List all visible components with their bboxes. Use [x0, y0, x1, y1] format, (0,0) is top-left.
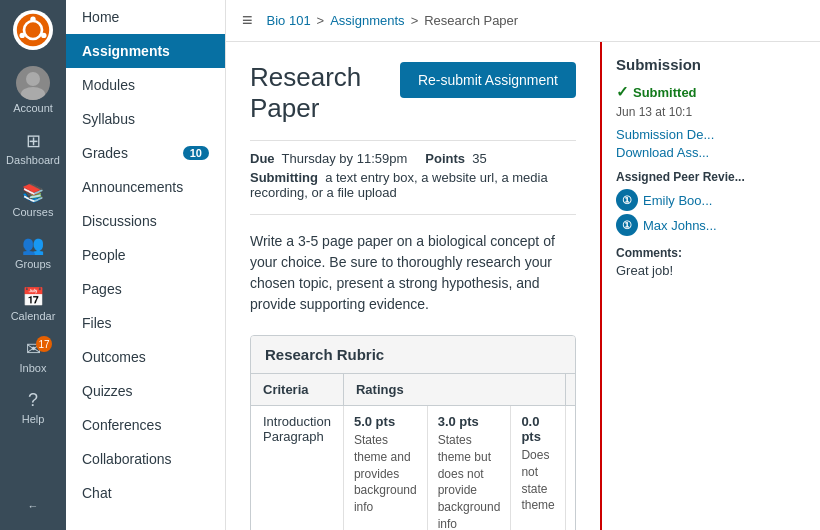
nav-groups[interactable]: 👥 Groups: [0, 226, 66, 278]
assignment-description: Write a 3-5 page paper on a biological c…: [250, 231, 576, 315]
svg-point-6: [21, 87, 45, 100]
comments-text: Great job!: [616, 263, 806, 278]
rubric-title: Research Rubric: [251, 336, 575, 374]
rubric-criteria: Introduction Paragraph: [251, 406, 343, 531]
sidebar-item-announcements[interactable]: Announcements: [66, 170, 225, 204]
rating-desc: States theme and provides background inf…: [354, 432, 417, 516]
sidebar-item-syllabus[interactable]: Syllabus: [66, 102, 225, 136]
peer-reviewer-1[interactable]: ① Emily Boo...: [616, 189, 806, 211]
sidebar-item-pages[interactable]: Pages: [66, 272, 225, 306]
rubric-table: Criteria Ratings Pts Introduction Paragr…: [251, 374, 576, 530]
sidebar-files-label: Files: [82, 315, 112, 331]
reviewer1-name: Emily Boo...: [643, 193, 712, 208]
reviewer1-avatar: ①: [616, 189, 638, 211]
rating-desc: States theme but does not provide backgr…: [438, 432, 501, 530]
nav-courses[interactable]: 📚 Courses: [0, 174, 66, 226]
rubric-col-pts: Pts: [566, 374, 576, 406]
submitting-label: Submitting: [250, 170, 318, 185]
submitted-status: ✓ Submitted: [616, 83, 806, 101]
submission-panel: Submission ✓ Submitted Jun 13 at 10:1 Su…: [600, 42, 820, 530]
inbox-label: Inbox: [20, 362, 47, 374]
sidebar-discussions-label: Discussions: [82, 213, 157, 229]
dashboard-label: Dashboard: [6, 154, 60, 166]
sidebar-conferences-label: Conferences: [82, 417, 161, 433]
help-label: Help: [22, 413, 45, 425]
sidebar-item-collaborations[interactable]: Collaborations: [66, 442, 225, 476]
topbar: ≡ Bio 101 > Assignments > Research Paper: [226, 0, 820, 42]
breadcrumb-assignments[interactable]: Assignments: [330, 13, 404, 28]
sidebar-outcomes-label: Outcomes: [82, 349, 146, 365]
rating-cell: 5.0 ptsStates theme and provides backgro…: [344, 406, 428, 530]
svg-point-3: [41, 33, 46, 38]
sidebar-item-chat[interactable]: Chat: [66, 476, 225, 510]
sidebar-pages-label: Pages: [82, 281, 122, 297]
sidebar-item-outcomes[interactable]: Outcomes: [66, 340, 225, 374]
sidebar-item-discussions[interactable]: Discussions: [66, 204, 225, 238]
back-icon: ←: [28, 500, 39, 512]
groups-icon: 👥: [22, 234, 44, 256]
points-label: Points: [425, 151, 465, 166]
rating-pts: 3.0 pts: [438, 414, 501, 429]
sidebar-announcements-label: Announcements: [82, 179, 183, 195]
sidebar-item-modules[interactable]: Modules: [66, 68, 225, 102]
sidebar-item-conferences[interactable]: Conferences: [66, 408, 225, 442]
reviewer2-avatar: ①: [616, 214, 638, 236]
assignment-meta: Due Thursday by 11:59pm Points 35 Submit…: [250, 140, 576, 215]
logo: [13, 10, 53, 50]
account-label: Account: [13, 102, 53, 114]
rating-cell: 0.0 ptsDoes not state theme: [511, 406, 564, 530]
nav-help[interactable]: ? Help: [0, 382, 66, 433]
courses-icon: 📚: [22, 182, 44, 204]
sidebar-syllabus-label: Syllabus: [82, 111, 135, 127]
sidebar-item-files[interactable]: Files: [66, 306, 225, 340]
inbox-badge: 17: [36, 336, 52, 352]
sidebar-item-quizzes[interactable]: Quizzes: [66, 374, 225, 408]
peer-reviewers-label: Assigned Peer Revie...: [616, 170, 806, 184]
submission-date: Jun 13 at 10:1: [616, 105, 806, 119]
rating-pts: 5.0 pts: [354, 414, 417, 429]
due-label: Due: [250, 151, 275, 166]
calendar-icon: 📅: [22, 286, 44, 308]
peer-reviewer-2[interactable]: ① Max Johns...: [616, 214, 806, 236]
rubric-total-pts: 5.0 pts: [566, 406, 576, 531]
main-content: ≡ Bio 101 > Assignments > Research Paper…: [226, 0, 820, 530]
due-value: Thursday by 11:59pm: [282, 151, 408, 166]
rating-desc: Does not state theme: [521, 447, 554, 514]
svg-point-5: [26, 72, 40, 86]
breadcrumb-course[interactable]: Bio 101: [267, 13, 311, 28]
grades-badge: 10: [183, 146, 209, 160]
sidebar-modules-label: Modules: [82, 77, 135, 93]
calendar-label: Calendar: [11, 310, 56, 322]
sidebar-item-home[interactable]: Home: [66, 0, 225, 34]
sidebar-item-assignments[interactable]: Assignments: [66, 34, 225, 68]
rubric-row: Introduction Paragraph5.0 ptsStates them…: [251, 406, 576, 531]
nav-dashboard[interactable]: ⊞ Dashboard: [0, 122, 66, 174]
rubric-ratings: 5.0 ptsStates theme and provides backgro…: [344, 406, 566, 530]
assignment-title: Research Paper: [250, 62, 400, 124]
avatar: [16, 66, 50, 100]
submission-details-link[interactable]: Submission De...: [616, 127, 806, 142]
sidebar: Home Assignments Modules Syllabus Grades…: [66, 0, 226, 530]
nav-inbox[interactable]: ✉ 17 Inbox: [0, 330, 66, 382]
rubric-col-criteria: Criteria: [251, 374, 343, 406]
nav-account[interactable]: Account: [0, 58, 66, 122]
breadcrumb-sep2: >: [411, 13, 419, 28]
sidebar-collaborations-label: Collaborations: [82, 451, 172, 467]
nav-back[interactable]: ←: [0, 492, 66, 520]
sidebar-item-people[interactable]: People: [66, 238, 225, 272]
sidebar-item-grades[interactable]: Grades 10: [66, 136, 225, 170]
rubric-section: Research Rubric Criteria Ratings Pts Int…: [250, 335, 576, 530]
sidebar-chat-label: Chat: [82, 485, 112, 501]
assignment-area: Research Paper Re-submit Assignment Due …: [226, 42, 600, 530]
submission-panel-title: Submission: [616, 56, 806, 73]
groups-label: Groups: [15, 258, 51, 270]
resubmit-button[interactable]: Re-submit Assignment: [400, 62, 576, 98]
assignment-header: Research Paper Re-submit Assignment: [250, 62, 576, 124]
breadcrumb-page: Research Paper: [424, 13, 518, 28]
meta-submitting: Submitting a text entry box, a website u…: [250, 170, 576, 200]
hamburger-icon[interactable]: ≡: [242, 10, 253, 31]
nav-calendar[interactable]: 📅 Calendar: [0, 278, 66, 330]
svg-point-4: [20, 33, 25, 38]
sidebar-home-label: Home: [82, 9, 119, 25]
download-link[interactable]: Download Ass...: [616, 145, 806, 160]
